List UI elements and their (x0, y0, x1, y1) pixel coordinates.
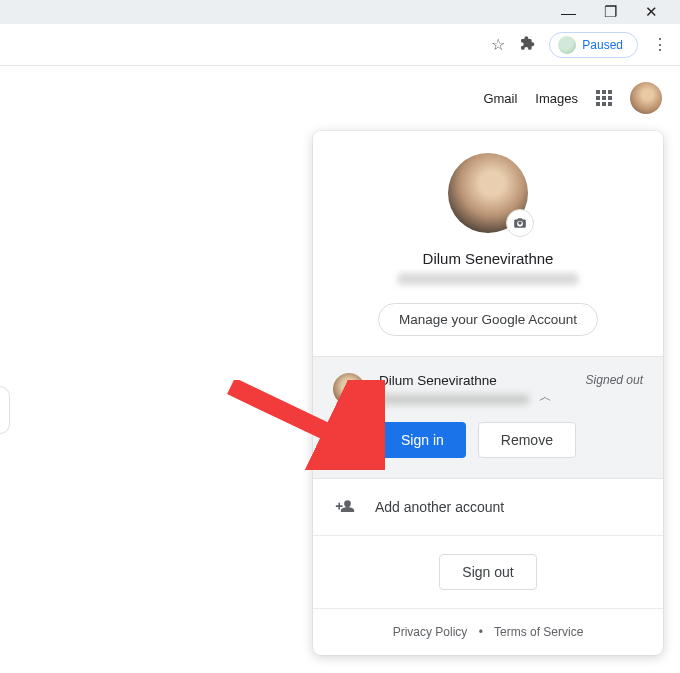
chevron-up-icon[interactable]: ︿ (539, 388, 552, 406)
extensions-icon[interactable] (519, 35, 535, 55)
person-add-icon (335, 497, 355, 517)
profile-avatar-small[interactable] (630, 82, 662, 114)
secondary-account-row: Dilum Senevirathne ︿ Signed out Sign in … (313, 356, 663, 479)
maximize-button[interactable]: ❐ (604, 3, 617, 21)
secondary-email-blurred (379, 394, 529, 405)
account-email-blurred (398, 273, 578, 285)
panel-header: Dilum Senevirathne Manage your Google Ac… (313, 131, 663, 356)
close-window-button[interactable]: ✕ (645, 3, 658, 21)
account-panel: Dilum Senevirathne Manage your Google Ac… (313, 131, 663, 655)
decorative-circle (0, 386, 10, 434)
chip-avatar (558, 36, 576, 54)
add-another-account-button[interactable]: Add another account (313, 479, 663, 536)
privacy-policy-link[interactable]: Privacy Policy (393, 625, 468, 639)
signed-out-status: Signed out (586, 373, 643, 387)
top-nav: Gmail Images (0, 66, 680, 114)
secondary-avatar (333, 373, 365, 405)
bookmark-star-icon[interactable]: ☆ (491, 35, 505, 54)
dot-separator: • (479, 625, 483, 639)
secondary-account-name: Dilum Senevirathne (379, 373, 572, 388)
sign-out-button[interactable]: Sign out (439, 554, 536, 590)
sign-in-button[interactable]: Sign in (379, 422, 466, 458)
images-link[interactable]: Images (535, 91, 578, 106)
terms-link[interactable]: Terms of Service (494, 625, 583, 639)
camera-icon[interactable] (506, 209, 534, 237)
account-name: Dilum Senevirathne (333, 250, 643, 267)
kebab-menu-icon[interactable]: ⋮ (652, 35, 668, 54)
paused-label: Paused (582, 38, 623, 52)
add-account-label: Add another account (375, 499, 504, 515)
panel-footer: Privacy Policy • Terms of Service (313, 608, 663, 655)
gmail-link[interactable]: Gmail (483, 91, 517, 106)
minimize-button[interactable]: — (561, 4, 576, 21)
remove-account-button[interactable]: Remove (478, 422, 576, 458)
apps-grid-icon[interactable] (596, 90, 612, 106)
window-titlebar: — ❐ ✕ (0, 0, 680, 24)
address-bar: ☆ Paused ⋮ (0, 24, 680, 66)
profile-paused-chip[interactable]: Paused (549, 32, 638, 58)
manage-account-button[interactable]: Manage your Google Account (378, 303, 598, 336)
